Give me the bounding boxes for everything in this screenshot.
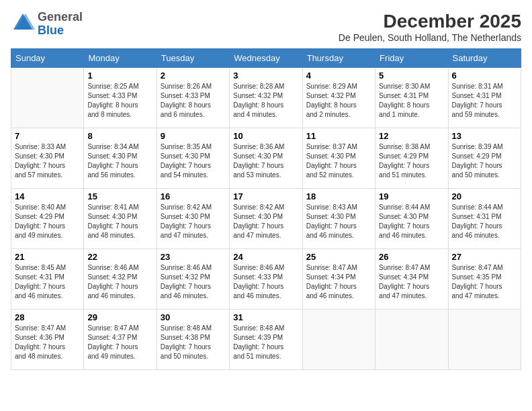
calendar-cell: 11Sunrise: 8:37 AMSunset: 4:30 PMDayligh… (302, 128, 375, 189)
day-number: 3 (233, 71, 298, 81)
day-number: 16 (161, 191, 226, 201)
day-number: 13 (452, 131, 517, 141)
day-info: Sunrise: 8:48 AMSunset: 4:39 PMDaylight:… (233, 324, 298, 361)
logo: General Blue (11, 11, 83, 38)
calendar-cell: 23Sunrise: 8:46 AMSunset: 4:32 PMDayligh… (157, 249, 229, 310)
day-info: Sunrise: 8:42 AMSunset: 4:30 PMDaylight:… (161, 203, 226, 240)
day-info: Sunrise: 8:38 AMSunset: 4:29 PMDaylight:… (379, 142, 444, 180)
day-number: 14 (15, 191, 80, 201)
day-number: 24 (233, 252, 298, 262)
day-info: Sunrise: 8:41 AMSunset: 4:30 PMDaylight:… (87, 203, 152, 240)
calendar-cell: 9Sunrise: 8:35 AMSunset: 4:30 PMDaylight… (157, 128, 229, 189)
day-info: Sunrise: 8:28 AMSunset: 4:32 PMDaylight:… (233, 82, 298, 120)
day-number: 21 (15, 252, 80, 262)
day-number: 22 (87, 252, 152, 262)
day-number: 26 (379, 252, 444, 262)
day-info: Sunrise: 8:37 AMSunset: 4:30 PMDaylight:… (306, 142, 371, 180)
calendar-cell: 1Sunrise: 8:25 AMSunset: 4:33 PMDaylight… (84, 68, 157, 128)
calendar-cell (302, 310, 375, 370)
calendar-week-row: 28Sunrise: 8:47 AMSunset: 4:36 PMDayligh… (11, 310, 521, 370)
calendar-cell: 29Sunrise: 8:47 AMSunset: 4:37 PMDayligh… (84, 310, 157, 370)
day-number: 11 (306, 131, 371, 141)
calendar-cell: 8Sunrise: 8:34 AMSunset: 4:30 PMDaylight… (84, 128, 157, 189)
month-year-title: December 2025 (339, 11, 521, 32)
day-info: Sunrise: 8:43 AMSunset: 4:30 PMDaylight:… (306, 203, 371, 240)
calendar-week-row: 21Sunrise: 8:45 AMSunset: 4:31 PMDayligh… (11, 249, 521, 310)
calendar-cell: 6Sunrise: 8:31 AMSunset: 4:31 PMDaylight… (448, 68, 521, 128)
day-number: 27 (452, 252, 517, 262)
calendar-cell: 7Sunrise: 8:33 AMSunset: 4:30 PMDaylight… (11, 128, 84, 189)
day-info: Sunrise: 8:25 AMSunset: 4:33 PMDaylight:… (87, 82, 152, 120)
day-info: Sunrise: 8:47 AMSunset: 4:34 PMDaylight:… (379, 263, 444, 301)
calendar-header-row: SundayMondayTuesdayWednesdayThursdayFrid… (11, 49, 521, 68)
day-number: 18 (306, 191, 371, 201)
day-info: Sunrise: 8:39 AMSunset: 4:29 PMDaylight:… (452, 142, 517, 180)
calendar-cell (11, 68, 84, 128)
day-number: 30 (161, 312, 226, 322)
calendar-week-row: 1Sunrise: 8:25 AMSunset: 4:33 PMDaylight… (11, 68, 521, 128)
calendar-cell: 21Sunrise: 8:45 AMSunset: 4:31 PMDayligh… (11, 249, 84, 310)
day-number: 4 (306, 71, 371, 81)
day-info: Sunrise: 8:34 AMSunset: 4:30 PMDaylight:… (87, 142, 152, 180)
day-number: 5 (379, 71, 444, 81)
day-info: Sunrise: 8:40 AMSunset: 4:29 PMDaylight:… (15, 203, 80, 240)
calendar-cell: 3Sunrise: 8:28 AMSunset: 4:32 PMDaylight… (230, 68, 302, 128)
calendar-cell (448, 310, 521, 370)
calendar-cell: 17Sunrise: 8:42 AMSunset: 4:30 PMDayligh… (230, 189, 302, 249)
day-number: 20 (452, 191, 517, 201)
day-info: Sunrise: 8:29 AMSunset: 4:32 PMDaylight:… (306, 82, 371, 120)
day-info: Sunrise: 8:47 AMSunset: 4:37 PMDaylight:… (87, 324, 152, 361)
day-info: Sunrise: 8:35 AMSunset: 4:30 PMDaylight:… (161, 142, 226, 180)
calendar-cell: 20Sunrise: 8:44 AMSunset: 4:31 PMDayligh… (448, 189, 521, 249)
day-info: Sunrise: 8:47 AMSunset: 4:34 PMDaylight:… (306, 263, 371, 301)
title-section: December 2025 De Peulen, South Holland, … (339, 11, 521, 43)
day-info: Sunrise: 8:33 AMSunset: 4:30 PMDaylight:… (15, 142, 80, 180)
calendar-week-row: 7Sunrise: 8:33 AMSunset: 4:30 PMDaylight… (11, 128, 521, 189)
day-info: Sunrise: 8:26 AMSunset: 4:33 PMDaylight:… (161, 82, 226, 120)
day-info: Sunrise: 8:36 AMSunset: 4:30 PMDaylight:… (233, 142, 298, 180)
calendar-cell: 5Sunrise: 8:30 AMSunset: 4:31 PMDaylight… (375, 68, 448, 128)
day-of-week-header: Sunday (11, 49, 84, 68)
calendar-week-row: 14Sunrise: 8:40 AMSunset: 4:29 PMDayligh… (11, 189, 521, 249)
calendar-cell: 12Sunrise: 8:38 AMSunset: 4:29 PMDayligh… (375, 128, 448, 189)
day-info: Sunrise: 8:30 AMSunset: 4:31 PMDaylight:… (379, 82, 444, 120)
day-info: Sunrise: 8:47 AMSunset: 4:35 PMDaylight:… (452, 263, 517, 301)
day-of-week-header: Thursday (302, 49, 375, 68)
calendar-cell: 22Sunrise: 8:46 AMSunset: 4:32 PMDayligh… (84, 249, 157, 310)
day-info: Sunrise: 8:48 AMSunset: 4:38 PMDaylight:… (161, 324, 226, 361)
calendar-cell: 13Sunrise: 8:39 AMSunset: 4:29 PMDayligh… (448, 128, 521, 189)
day-number: 12 (379, 131, 444, 141)
calendar-cell: 27Sunrise: 8:47 AMSunset: 4:35 PMDayligh… (448, 249, 521, 310)
day-of-week-header: Tuesday (157, 49, 229, 68)
logo-icon (11, 11, 35, 35)
day-number: 29 (87, 312, 152, 322)
logo-blue-text: Blue (38, 24, 83, 38)
day-info: Sunrise: 8:47 AMSunset: 4:36 PMDaylight:… (15, 324, 80, 361)
day-number: 28 (15, 312, 80, 322)
calendar-cell: 10Sunrise: 8:36 AMSunset: 4:30 PMDayligh… (230, 128, 302, 189)
calendar-cell: 16Sunrise: 8:42 AMSunset: 4:30 PMDayligh… (157, 189, 229, 249)
day-info: Sunrise: 8:42 AMSunset: 4:30 PMDaylight:… (233, 203, 298, 240)
calendar-cell: 24Sunrise: 8:46 AMSunset: 4:33 PMDayligh… (230, 249, 302, 310)
day-of-week-header: Monday (84, 49, 157, 68)
day-number: 1 (87, 71, 152, 81)
day-of-week-header: Wednesday (230, 49, 302, 68)
day-number: 8 (87, 131, 152, 141)
day-number: 23 (161, 252, 226, 262)
calendar-cell: 14Sunrise: 8:40 AMSunset: 4:29 PMDayligh… (11, 189, 84, 249)
day-info: Sunrise: 8:46 AMSunset: 4:32 PMDaylight:… (161, 263, 226, 301)
logo-general-text: General (38, 11, 83, 24)
day-number: 10 (233, 131, 298, 141)
calendar-cell: 30Sunrise: 8:48 AMSunset: 4:38 PMDayligh… (157, 310, 229, 370)
day-number: 31 (233, 312, 298, 322)
day-of-week-header: Saturday (448, 49, 521, 68)
calendar-cell: 31Sunrise: 8:48 AMSunset: 4:39 PMDayligh… (230, 310, 302, 370)
day-number: 6 (452, 71, 517, 81)
day-number: 15 (87, 191, 152, 201)
calendar-cell: 28Sunrise: 8:47 AMSunset: 4:36 PMDayligh… (11, 310, 84, 370)
calendar-table: SundayMondayTuesdayWednesdayThursdayFrid… (11, 48, 521, 370)
calendar-cell: 2Sunrise: 8:26 AMSunset: 4:33 PMDaylight… (157, 68, 229, 128)
page-header: General Blue December 2025 De Peulen, So… (11, 11, 521, 43)
day-number: 25 (306, 252, 371, 262)
calendar-cell: 15Sunrise: 8:41 AMSunset: 4:30 PMDayligh… (84, 189, 157, 249)
